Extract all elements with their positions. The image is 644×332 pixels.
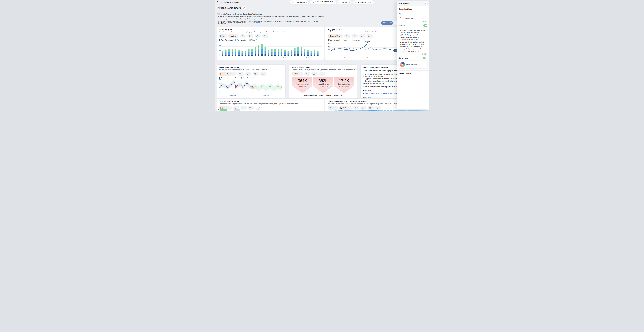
heatmap-cell[interactable]: [399, 110, 402, 111]
heatmap-cell[interactable]: [362, 110, 365, 111]
tab-customer-demographics[interactable]: Customer demographics: [228, 21, 246, 24]
link-view-methodology[interactable]: View full methodology: [365, 93, 379, 94]
heatmap-cell[interactable]: [335, 110, 338, 111]
close-panel-button[interactable]: [424, 2, 428, 5]
kpi-converted-visitors: 17.2K Converted visitors -6.0%18.2K: [334, 77, 354, 93]
widget-settings-button[interactable]: [375, 106, 382, 110]
heatmap-cell[interactable]: [371, 110, 374, 111]
heatmap-cell[interactable]: [411, 110, 414, 111]
funnel-bar[interactable]: [220, 109, 227, 111]
filter-button[interactable]: +: [238, 72, 244, 76]
dimension-pill-site[interactable]: Site: [219, 34, 227, 38]
date-range-selector[interactable]: 20 Aug 2025 - 18 Sept 202516 Jul 2025 - …: [310, 1, 336, 4]
topbar-board-title: Piano Demo Board: [224, 1, 239, 3]
chart-up-emoji: [400, 34, 402, 36]
widget-settings-button[interactable]: [240, 106, 247, 110]
data-source-button[interactable]: [253, 72, 259, 76]
description-toggle[interactable]: [423, 24, 428, 27]
visitor-insights-chart[interactable]: 30K20K10K025/08/202501/09/202508/09/2025…: [219, 41, 322, 59]
default-context-section[interactable]: Default context: [399, 71, 428, 76]
heatmap-cell[interactable]: [368, 110, 371, 111]
heatmap-cell[interactable]: [344, 110, 346, 111]
filter-button[interactable]: +: [248, 106, 254, 110]
heatmap-type-button[interactable]: [360, 106, 366, 110]
metric-pill-5-metrics[interactable]: 5 Metrics: [292, 72, 303, 76]
ai-reveal-button[interactable]: [255, 106, 262, 110]
heatmap-cell[interactable]: [393, 110, 396, 111]
general-settings-section[interactable]: General settings−: [399, 8, 428, 12]
heatmap-cell[interactable]: [380, 110, 383, 111]
piano-analytics-logo[interactable]: [216, 1, 219, 4]
heatmap-cell[interactable]: [350, 110, 352, 111]
palette-selector[interactable]: Piano Analytics: [399, 61, 428, 69]
line-chart-icon: [353, 35, 355, 37]
metric-pill-account-creations[interactable]: Account Creations: [219, 72, 237, 76]
sites-selector[interactable]: 3 sites selected: [290, 1, 309, 4]
save-dropdown[interactable]: [389, 21, 393, 25]
eco-friendly-toggle[interactable]: Eco-friendly ON: [353, 1, 374, 4]
heatmap-cell[interactable]: [365, 110, 368, 111]
card-lead-generation: Lead generation steps Track how visitors…: [216, 98, 324, 111]
heatmap-cell[interactable]: [390, 110, 392, 111]
app-screen: Piano Demo Board 3 sites selected 20 Aug…: [215, 0, 430, 111]
widget-settings-button[interactable]: [260, 72, 266, 76]
edit-board-icon[interactable]: [220, 2, 222, 3]
funnel-bar-ghost[interactable]: [234, 109, 240, 111]
bar-chart-emoji: [380, 93, 382, 95]
data-source-button[interactable]: [368, 106, 374, 110]
edit-title-button[interactable]: [242, 6, 246, 10]
filter-button[interactable]: +: [304, 72, 310, 76]
heatmap-cell[interactable]: [420, 110, 423, 111]
heatmap-cell[interactable]: [402, 110, 405, 111]
metric-pill-engaged-visits[interactable]: Engaged Visits: [328, 34, 343, 38]
my-alerts-button[interactable]: My alerts: [338, 1, 352, 4]
heatmap-cell[interactable]: [405, 110, 408, 111]
dimension-pill-source[interactable]: Source: [328, 106, 338, 110]
chart-type-button[interactable]: [352, 34, 358, 38]
widget-settings-button[interactable]: [319, 72, 325, 76]
heatmap-cell[interactable]: [356, 110, 359, 111]
widget-settings-button[interactable]: [367, 34, 373, 38]
heatmap-cell[interactable]: [396, 110, 398, 111]
new-accounts-chart[interactable]: 10K8K6K4K01/09/202501/10/2025: [219, 79, 284, 97]
chevron-down-icon: [426, 73, 428, 74]
heatmap-cell[interactable]: [426, 110, 429, 111]
gear-icon: [264, 35, 266, 37]
heatmap-cell[interactable]: [424, 110, 426, 111]
new-page-button[interactable]: +New page: [250, 21, 260, 24]
save-button[interactable]: Save: [381, 21, 393, 25]
heatmap-cell[interactable]: [408, 110, 411, 111]
down-triangle-icon: [298, 86, 299, 87]
tab-overview[interactable]: Overview: [218, 21, 224, 24]
heatmap-cell[interactable]: [338, 110, 340, 111]
heatmap-cell[interactable]: [378, 110, 380, 111]
chart-type-button[interactable]: [247, 34, 254, 38]
heatmap-cell[interactable]: [414, 110, 417, 111]
heatmap-cell[interactable]: [417, 110, 420, 111]
board-title-input[interactable]: Piano Demo Board: [399, 16, 428, 20]
plus-icon: +: [250, 21, 251, 23]
heatmap-cell[interactable]: [341, 110, 344, 111]
heatmap-cell[interactable]: [359, 110, 362, 111]
metric-pill-visitors[interactable]: Visitors: [228, 34, 239, 38]
widget-settings-button[interactable]: [262, 34, 268, 38]
filter-button[interactable]: +: [240, 34, 246, 38]
svg-text:8K: 8K: [219, 83, 220, 84]
number-display-button[interactable]: #: [312, 72, 318, 76]
info-icon[interactable]: [370, 2, 372, 3]
heatmap-cell[interactable]: [347, 110, 350, 111]
svg-text:08/09/2025: 08/09/2025: [282, 57, 288, 59]
data-source-button[interactable]: [254, 34, 261, 38]
heatmap-cell[interactable]: [374, 110, 377, 111]
filter-button[interactable]: +: [344, 34, 350, 38]
leads-heatmap[interactable]: [335, 110, 430, 111]
filter-button[interactable]: +: [353, 106, 359, 110]
custom-colors-toggle[interactable]: [423, 57, 428, 59]
heatmap-cell[interactable]: [384, 110, 386, 111]
heatmap-cell[interactable]: [353, 110, 356, 111]
card-subtitle: Breakdown of platform visitors over time…: [219, 31, 322, 33]
heatmap-cell[interactable]: [386, 110, 390, 111]
board-description-textarea[interactable]: This board offers an overview of our sit…: [399, 28, 428, 53]
data-source-button[interactable]: [359, 34, 366, 38]
anomaly-chart-button[interactable]: [245, 72, 252, 76]
